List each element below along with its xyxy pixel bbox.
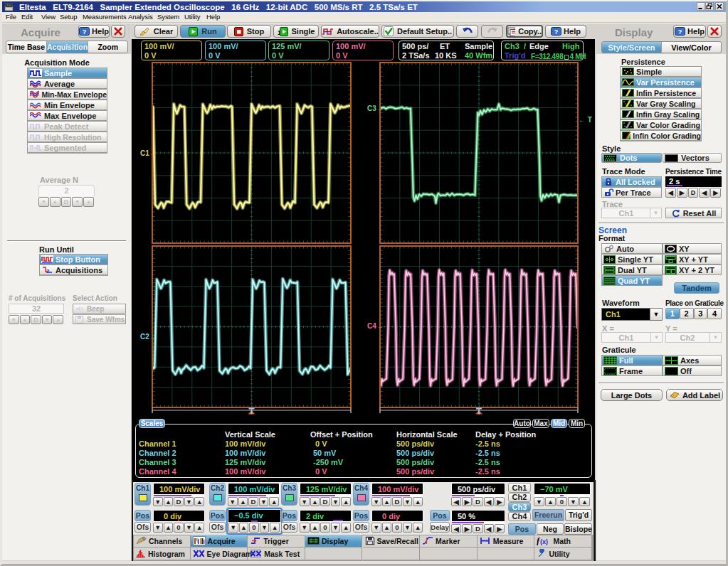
svg-text:2: 2 [46, 268, 50, 274]
svg-text:?: ? [554, 28, 559, 35]
svg-text:?: ? [678, 28, 682, 35]
svg-text:?: ? [83, 28, 87, 35]
svg-text:(x): (x) [540, 538, 548, 545]
